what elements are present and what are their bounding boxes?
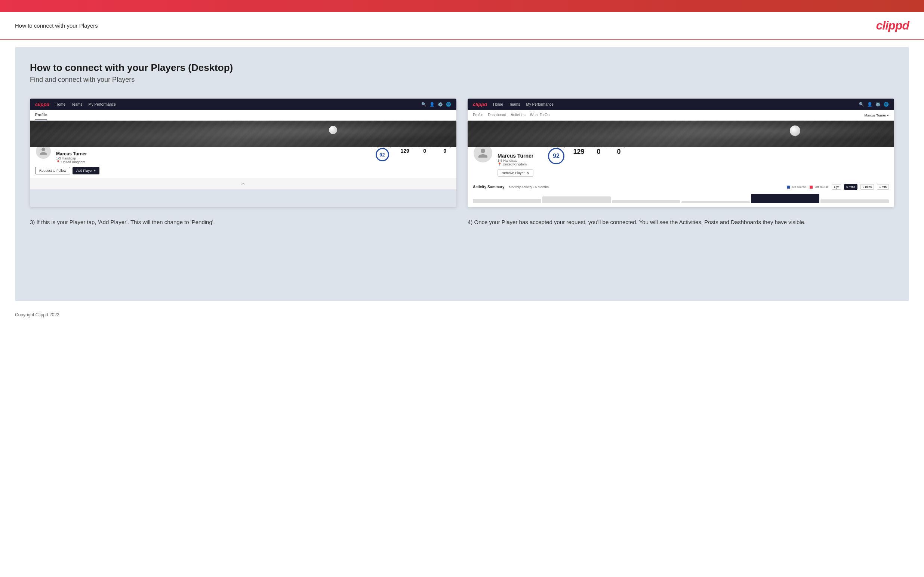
tab-whattoon-right[interactable]: What To On [530, 110, 550, 120]
mock-tabs-right: Profile Dashboard Activities What To On … [468, 110, 894, 121]
mock-player-name-right: Marcus Turner [498, 153, 535, 159]
tab-dashboard-right[interactable]: Dashboard [488, 110, 506, 120]
settings-icon-left: ⚙️ [438, 102, 443, 107]
mock-stat-activities-right: Activities 129 [573, 145, 585, 165]
user-icon-right: 👤 [867, 102, 872, 107]
description-right: 4) Once your Player has accepted your re… [468, 218, 894, 227]
mock-remove-btn-container: Remove Player ✕ [498, 169, 535, 177]
mock-tabs-left: Profile [30, 110, 456, 121]
avatar-icon-left [39, 147, 48, 156]
mock-nav-home-left: Home [55, 102, 65, 106]
mock-handicap-left: 1-5 Handicap [56, 156, 368, 160]
mock-profile-right: Marcus Turner 1-5 Handicap 📍 United King… [468, 147, 894, 181]
scissors-icon: ✂ [241, 181, 246, 187]
mock-nav-teams-left: Teams [71, 102, 82, 106]
mock-chart [473, 192, 889, 203]
request-follow-button[interactable]: Request to Follow [35, 167, 70, 174]
page-subtitle: Find and connect with your Players [30, 76, 894, 84]
description-left-text: 3) If this is your Player tap, 'Add Play… [30, 219, 215, 225]
mock-stat-activities-left: Activities 129 [399, 145, 411, 162]
activity-filters: On course Off course 1 yr 6 mths 3 mths … [787, 184, 889, 190]
mock-nav-right: clippd Home Teams My Performance 🔍 👤 ⚙️ … [468, 98, 894, 110]
chart-bar-2 [542, 197, 611, 203]
mock-location-left: 📍 United Kingdom [56, 160, 368, 164]
tab-profile-right[interactable]: Profile [473, 110, 483, 120]
header-logo: clippd [876, 19, 909, 32]
mock-profile-top-right: Marcus Turner 1-5 Handicap 📍 United King… [473, 143, 889, 177]
mock-nav-icons-left: 🔍 👤 ⚙️ 🌐 [421, 102, 451, 107]
top-bar [0, 0, 924, 12]
screenshot-left: clippd Home Teams My Performance 🔍 👤 ⚙️ … [30, 98, 456, 207]
location-pin-left: 📍 [56, 160, 60, 164]
filter-1yr[interactable]: 1 yr [832, 184, 841, 190]
mock-nav-performance-right: My Performance [526, 102, 553, 106]
chart-bar-4 [682, 201, 750, 203]
filter-3mths[interactable]: 3 mths [861, 184, 874, 190]
filter-6mths[interactable]: 6 mths [844, 184, 858, 190]
legend-right: On course Off course [787, 185, 829, 189]
activity-title: Activity Summary [473, 185, 504, 189]
mock-hero-overlay-left [30, 121, 456, 147]
screenshot-right: clippd Home Teams My Performance 🔍 👤 ⚙️ … [468, 98, 894, 207]
legend-dot-on [787, 185, 790, 189]
mock-hero-left [30, 121, 456, 147]
legend-off-label: Off course [815, 185, 829, 189]
mock-hero-right [468, 121, 894, 147]
mock-buttons-left: Request to Follow Add Player + [35, 167, 451, 174]
mock-stat-following-left: Following 0 [438, 145, 451, 162]
mock-stat-followers-right: Followers 0 [592, 145, 605, 165]
user-label-right: Marcus Turner ▾ [864, 114, 889, 117]
user-icon-left: 👤 [430, 102, 435, 107]
description-left: 3) If this is your Player tap, 'Add Play… [30, 218, 456, 227]
chart-bar-1 [473, 199, 541, 203]
location-pin-right: 📍 [498, 163, 502, 166]
search-icon-right: 🔍 [859, 102, 864, 107]
quality-circle-left: 92 [376, 148, 389, 161]
mock-player-name-left: Marcus Turner [56, 151, 368, 156]
mock-activity-right: Activity Summary Monthly Activity · 6 Mo… [468, 181, 894, 207]
header-title: How to connect with your Players [15, 23, 98, 29]
close-icon-remove: ✕ [526, 171, 529, 175]
mock-nav-left: clippd Home Teams My Performance 🔍 👤 ⚙️ … [30, 98, 456, 110]
mock-player-info-right: Marcus Turner 1-5 Handicap 📍 United King… [498, 143, 535, 177]
globe-icon-right: 🌐 [884, 102, 889, 107]
mock-stat-quality-left: Player Quality 92 [373, 145, 392, 162]
mock-nav-performance-left: My Performance [88, 102, 115, 106]
mock-nav-teams-right: Teams [509, 102, 520, 106]
mock-logo-right: clippd [473, 102, 487, 107]
quality-circle-right: 92 [548, 148, 564, 164]
tab-activities-right[interactable]: Activities [510, 110, 525, 120]
mock-nav-icons-right: 🔍 👤 ⚙️ 🌐 [859, 102, 889, 107]
mock-stat-followers-left: Followers 0 [418, 145, 431, 162]
mock-stats-left: Player Quality 92 Activities 129 Followe… [373, 145, 451, 162]
golf-ball-left [329, 126, 337, 134]
chart-bar-6 [821, 200, 889, 203]
mock-nav-home-right: Home [493, 102, 503, 106]
copyright-text: Copyright Clippd 2022 [15, 312, 60, 318]
mock-app-left: clippd Home Teams My Performance 🔍 👤 ⚙️ … [30, 98, 456, 189]
remove-player-button[interactable]: Remove Player ✕ [498, 169, 533, 177]
descriptions-row: 3) If this is your Player tap, 'Add Play… [30, 218, 894, 227]
golf-ball-right [790, 126, 800, 136]
legend-on-label: On course [792, 185, 806, 189]
mock-stat-following-right: Following 0 [613, 145, 625, 165]
mock-hero-overlay-right [468, 121, 894, 147]
page-title: How to connect with your Players (Deskto… [30, 62, 894, 74]
search-icon-left: 🔍 [421, 102, 426, 107]
add-player-button[interactable]: Add Player + [73, 167, 99, 174]
description-right-text: 4) Once your Player has accepted your re… [468, 219, 806, 225]
tabs-list-right: Profile Dashboard Activities What To On [473, 110, 549, 120]
globe-icon-left: 🌐 [446, 102, 451, 107]
mock-bottom-left: ✂ [30, 178, 456, 189]
activity-subtitle: Monthly Activity · 6 Months [509, 185, 549, 189]
legend-dot-off [809, 185, 813, 189]
chart-bar-5 [751, 194, 819, 203]
mock-activity-header: Activity Summary Monthly Activity · 6 Mo… [473, 184, 889, 190]
settings-icon-right: ⚙️ [876, 102, 880, 107]
tab-profile-left[interactable]: Profile [35, 110, 47, 120]
filter-1mth[interactable]: 1 mth [877, 184, 889, 190]
mock-handicap-right: 1-5 Handicap [498, 159, 535, 163]
avatar-icon-right [477, 148, 489, 159]
header: How to connect with your Players clippd [0, 12, 924, 40]
mock-stat-quality-right: Player Quality 92 [547, 145, 565, 165]
